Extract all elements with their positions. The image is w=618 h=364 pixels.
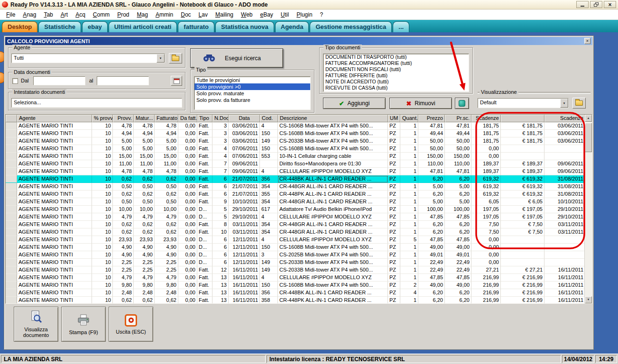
chevron-down-icon[interactable]: ▼ <box>560 99 568 108</box>
column-header[interactable]: Da fatt. <box>178 115 197 122</box>
calendar-button[interactable] <box>171 76 182 86</box>
row-selector[interactable] <box>6 191 17 198</box>
intestatario-field[interactable]: Seleziona... <box>11 98 182 108</box>
table-row[interactable]: AGENTE MARIO TINTI 10 5,00 5,00 5,00 0,0… <box>6 145 585 153</box>
tipo-option[interactable]: Tutte le provvigioni <box>194 77 310 83</box>
table-row[interactable]: AGENTE MARIO TINTI 10 2,25 2,25 2,25 0,0… <box>6 259 585 266</box>
tab[interactable]: Agenda <box>275 21 309 32</box>
aggiungi-button[interactable]: ✔ Aggiungi <box>323 98 386 109</box>
dal-checkbox[interactable] <box>12 78 18 84</box>
row-selector[interactable] <box>6 251 17 259</box>
column-header[interactable]: % provv. <box>92 115 113 122</box>
vertical-scrollbar[interactable]: ▲ ▼ <box>584 115 592 303</box>
row-selector[interactable] <box>6 160 17 168</box>
menu-item[interactable]: Comm <box>89 10 113 19</box>
table-row[interactable]: AGENTE MARIO TINTI 10 5,00 5,00 5,00 0,0… <box>6 137 585 145</box>
column-header[interactable]: Descrizione <box>278 115 388 122</box>
table-row[interactable]: AGENTE MARIO TINTI 10 4,94 4,94 4,94 0,0… <box>6 130 585 137</box>
row-selector[interactable] <box>6 198 17 206</box>
column-header[interactable]: Matur... <box>134 115 155 122</box>
tab[interactable]: Ultimi articoli creati <box>109 21 177 32</box>
panel-close-icon[interactable]: × <box>584 38 590 44</box>
menu-item[interactable]: Doc <box>177 10 194 19</box>
row-selector[interactable] <box>6 297 17 303</box>
row-selector[interactable] <box>6 175 17 183</box>
column-header[interactable]: Tipo <box>197 115 212 122</box>
tipo-option[interactable]: Solo provv. maturate <box>194 90 310 97</box>
menu-item[interactable]: Ammin <box>152 10 177 19</box>
column-header[interactable]: Agente <box>17 115 92 122</box>
table-row[interactable]: AGENTE MARIO TINTI 10 4,79 4,79 4,79 0,0… <box>6 274 585 282</box>
menu-item[interactable]: Mailing <box>212 10 237 19</box>
column-header[interactable]: Provv. <box>113 115 134 122</box>
menu-item[interactable]: File <box>2 10 19 19</box>
visualizzazione-select[interactable]: Default ▼ <box>478 98 569 108</box>
menu-item[interactable]: Tab <box>40 10 56 19</box>
tab[interactable]: Statistica nuova <box>215 21 274 32</box>
menu-item[interactable]: Prod <box>113 10 133 19</box>
menu-item[interactable]: ? <box>316 10 327 19</box>
tab[interactable]: Statistiche <box>38 21 81 32</box>
column-header[interactable]: N.Doc. <box>212 115 229 122</box>
scrollbar-thumb[interactable] <box>585 123 592 152</box>
row-selector[interactable] <box>6 221 17 228</box>
menu-item[interactable]: Util <box>277 10 293 19</box>
tipo-documenti-option[interactable]: FATTURE ACCOMPAGNATORIE (tutti) <box>323 60 469 66</box>
restore-button[interactable] <box>590 1 602 8</box>
al-date-input[interactable] <box>97 76 149 85</box>
column-header[interactable]: Data <box>229 115 260 122</box>
column-header[interactable] <box>501 115 544 122</box>
table-row[interactable]: AGENTE MARIO TINTI 10 4,90 4,90 4,90 0,0… <box>6 251 585 259</box>
table-row[interactable]: AGENTE MARIO TINTI 10 0,50 0,50 0,50 0,0… <box>6 198 585 206</box>
table-row[interactable]: AGENTE MARIO TINTI 10 0,62 0,62 0,62 0,0… <box>6 221 585 228</box>
column-header[interactable]: Fatturato <box>155 115 178 122</box>
visualizzazione-folder-button[interactable] <box>572 98 586 109</box>
esegui-ricerca-button[interactable]: Esegui ricerca <box>190 48 283 68</box>
column-header[interactable]: Cod. <box>260 115 278 122</box>
table-row[interactable]: AGENTE MARIO TINTI 10 4,78 4,78 4,78 0,0… <box>6 122 585 130</box>
tipo-option[interactable]: Solo provvigioni >0 <box>194 83 310 90</box>
scroll-down-icon[interactable]: ▼ <box>585 296 592 303</box>
row-selector[interactable] <box>6 145 17 153</box>
table-row[interactable]: AGENTE MARIO TINTI 10 0,62 0,62 0,62 0,0… <box>6 175 585 183</box>
menu-item[interactable]: Web <box>237 10 256 19</box>
row-selector[interactable] <box>6 274 17 282</box>
row-selector[interactable] <box>6 228 17 236</box>
column-header[interactable]: Prezzo <box>418 115 445 122</box>
row-selector[interactable] <box>6 244 17 251</box>
chevron-down-icon[interactable]: ▼ <box>157 54 165 63</box>
agente-folder-button[interactable] <box>169 53 182 64</box>
stampa-button[interactable]: Stampa (F9) <box>61 307 106 342</box>
table-row[interactable]: AGENTE MARIO TINTI 10 15,00 15,00 15,00 … <box>6 153 585 160</box>
tipo-documenti-option[interactable]: FATTURE DIFFERITE (tutti) <box>323 73 469 79</box>
table-row[interactable]: AGENTE MARIO TINTI 10 10,00 10,00 10,00 … <box>6 206 585 213</box>
menu-item[interactable]: Plugin <box>293 10 316 19</box>
rimuovi-button[interactable]: ✖ Rimuovi <box>389 98 452 109</box>
scroll-up-icon[interactable]: ▲ <box>585 115 592 122</box>
row-selector[interactable] <box>6 183 17 191</box>
row-selector[interactable] <box>6 137 17 145</box>
minimize-button[interactable] <box>576 1 589 8</box>
tab[interactable]: ... <box>393 21 409 32</box>
table-row[interactable]: AGENTE MARIO TINTI 10 4,79 4,79 4,79 0,0… <box>6 213 585 221</box>
column-header[interactable]: Quant. <box>400 115 418 122</box>
tab[interactable]: Gestione messaggistica <box>310 21 392 32</box>
table-row[interactable]: AGENTE MARIO TINTI 10 23,93 23,93 23,93 … <box>6 236 585 244</box>
menu-item[interactable]: Anag <box>19 10 40 19</box>
row-selector[interactable] <box>6 266 17 274</box>
view-settings-button[interactable] <box>455 98 469 109</box>
dal-date-input[interactable] <box>33 76 85 85</box>
tipo-option[interactable]: Solo provv. da fatturare <box>194 97 310 103</box>
visualizza-documento-button[interactable]: Visualizza documento <box>14 307 58 342</box>
tab[interactable]: fatturato <box>178 21 214 32</box>
close-button[interactable]: × <box>604 1 616 8</box>
row-selector[interactable] <box>6 122 17 130</box>
row-selector[interactable] <box>6 213 17 221</box>
table-row[interactable]: AGENTE MARIO TINTI 10 0,62 0,62 0,62 0,0… <box>6 297 585 303</box>
column-header[interactable]: Scadenze <box>544 115 585 122</box>
row-selector[interactable] <box>6 153 17 160</box>
table-row[interactable]: AGENTE MARIO TINTI 10 2,48 2,48 2,48 0,0… <box>6 289 585 297</box>
menu-item[interactable]: eBay <box>256 10 277 19</box>
tipo-documenti-option[interactable]: DOCUMENTI DI TRASPORTO (tutti) <box>323 54 469 60</box>
tab[interactable]: ebay <box>82 21 108 32</box>
